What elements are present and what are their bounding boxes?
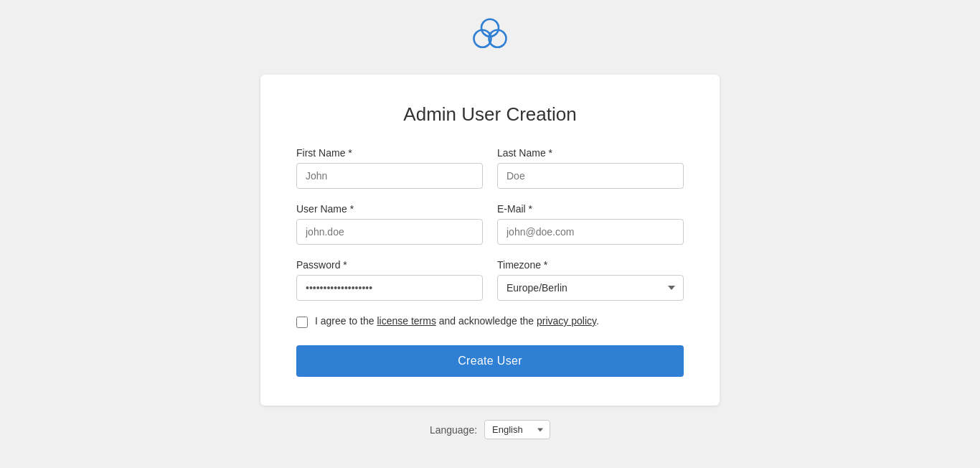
user-email-row: User Name * E-Mail * [296, 203, 684, 245]
username-label: User Name * [296, 203, 483, 215]
last-name-input[interactable] [497, 163, 684, 189]
agree-text-end: . [596, 315, 599, 327]
agree-text: I agree to the license terms and acknowl… [315, 315, 599, 327]
language-select-wrapper: English Deutsch Français Español [484, 420, 550, 439]
last-name-label: Last Name * [497, 147, 684, 159]
privacy-policy-link[interactable]: privacy policy [537, 315, 596, 327]
first-name-input[interactable] [296, 163, 483, 189]
password-timezone-row: Password * Timezone * Europe/Berlin UTC … [296, 259, 684, 301]
admin-creation-card: Admin User Creation First Name * Last Na… [260, 75, 720, 406]
page-title: Admin User Creation [296, 103, 684, 126]
agree-text-middle: and acknowledge the [436, 315, 537, 327]
agree-checkbox[interactable] [296, 317, 308, 328]
first-name-group: First Name * [296, 147, 483, 189]
last-name-group: Last Name * [497, 147, 684, 189]
app-logo [468, 14, 512, 60]
username-input[interactable] [296, 219, 483, 245]
language-bar: Language: English Deutsch Français Españ… [430, 420, 550, 439]
agree-text-before: I agree to the [315, 315, 377, 327]
email-input[interactable] [497, 219, 684, 245]
name-row: First Name * Last Name * [296, 147, 684, 189]
create-user-button[interactable]: Create User [296, 345, 684, 377]
username-group: User Name * [296, 203, 483, 245]
language-select[interactable]: English Deutsch Français Español [484, 420, 550, 439]
email-label: E-Mail * [497, 203, 684, 215]
first-name-label: First Name * [296, 147, 483, 159]
license-terms-link[interactable]: license terms [377, 315, 435, 327]
password-group: Password * [296, 259, 483, 301]
timezone-group: Timezone * Europe/Berlin UTC America/New… [497, 259, 684, 301]
agree-row: I agree to the license terms and acknowl… [296, 315, 684, 328]
email-group: E-Mail * [497, 203, 684, 245]
password-label: Password * [296, 259, 483, 271]
timezone-label: Timezone * [497, 259, 684, 271]
timezone-select-wrapper: Europe/Berlin UTC America/New_York Ameri… [497, 275, 684, 301]
password-input[interactable] [296, 275, 483, 301]
timezone-select[interactable]: Europe/Berlin UTC America/New_York Ameri… [497, 275, 684, 301]
language-label: Language: [430, 424, 477, 436]
